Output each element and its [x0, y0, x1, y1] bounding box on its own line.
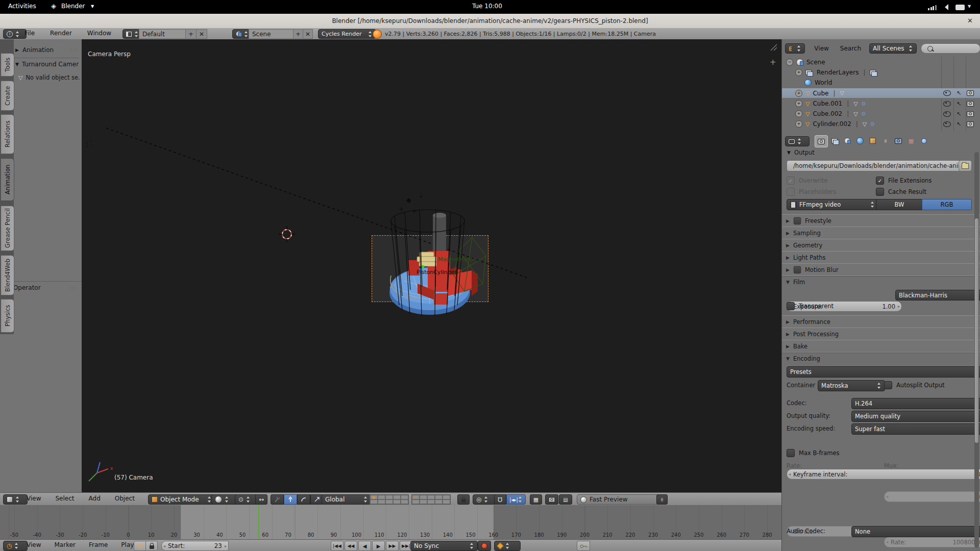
outliner-menu-view[interactable]: View [812, 45, 830, 52]
renderable-camera-icon[interactable] [967, 121, 974, 127]
snap-peel-button[interactable]: ▦ [530, 494, 542, 505]
autosplit-checkbox[interactable] [884, 381, 892, 389]
outliner-row-renderlayers[interactable]: + RenderLayers | [782, 68, 980, 77]
layers-grid-2[interactable] [411, 494, 451, 505]
shelf-tab-physics[interactable]: Physics [1, 299, 14, 333]
outliner-editor-type-button[interactable] [785, 43, 805, 54]
transparent-checkbox-row[interactable]: Transparent [787, 302, 834, 310]
overwrite-checkbox[interactable]: ✓ [787, 177, 795, 185]
color-mode-rgb-button[interactable]: RGB [922, 199, 972, 210]
opengl-render-image-button[interactable] [545, 494, 558, 505]
overwrite-checkbox-row[interactable]: ✓Overwrite [787, 177, 828, 185]
outliner-row-cylinder002[interactable]: + ▽ Cylinder.002 | ▽ ⚙ ↖ [782, 119, 980, 129]
timeline-menu-marker[interactable]: Marker [52, 541, 77, 548]
placeholders-checkbox-row[interactable]: Placeholders [787, 188, 836, 196]
audio-codec-dropdown[interactable]: None [851, 526, 980, 537]
activities-button[interactable]: Activities [8, 3, 36, 10]
volume-icon[interactable] [942, 4, 948, 10]
autosplit-checkbox-row[interactable]: Autosplit Output [884, 381, 945, 389]
prev-keyframe-button[interactable]: ◀◀ [345, 541, 357, 551]
play-reverse-button[interactable]: ◀ [358, 541, 371, 551]
selectable-cursor-icon[interactable]: ↖ [957, 101, 961, 107]
pixel-filter-dropdown[interactable]: Blackman-Harris [895, 290, 980, 300]
freestyle-checkbox[interactable] [794, 217, 801, 224]
expand-icon[interactable]: + [795, 100, 802, 107]
properties-scrollbar-track[interactable] [974, 152, 979, 548]
section-sampling[interactable]: ▶ Sampling:::: [782, 227, 980, 240]
viewport-menu-view[interactable]: View [24, 495, 43, 502]
outliner-row-scene[interactable]: − Scene [782, 58, 980, 67]
layers-widget[interactable] [370, 494, 451, 505]
scene-name-field[interactable]: Scene [249, 29, 300, 39]
viewport-editor-type-button[interactable] [3, 494, 28, 505]
render-tab[interactable] [815, 135, 828, 147]
next-keyframe-button[interactable]: ▶▶ [386, 541, 399, 551]
panel-grip-icon[interactable]: :::: [69, 285, 78, 290]
scene-objects[interactable]: MagnetMotor PistonCylinder [357, 189, 510, 316]
transparent-checkbox[interactable] [787, 302, 795, 310]
cache-result-checkbox[interactable] [876, 188, 884, 196]
panel-animation-header[interactable]: ▶ Animation :::: [15, 46, 79, 54]
expand-icon[interactable]: + [795, 120, 802, 128]
output-quality-dropdown[interactable]: Medium quality [851, 411, 980, 422]
hide-toggle-icon[interactable] [943, 101, 951, 107]
shelf-tab-tools[interactable]: Tools [1, 53, 14, 77]
menu-file[interactable]: File [22, 30, 37, 37]
constraints-tab[interactable]: ∞ [879, 135, 892, 146]
world-tab[interactable] [854, 135, 866, 146]
search-input[interactable] [936, 44, 974, 53]
outliner-filter-dropdown[interactable]: All Scenes [869, 43, 917, 54]
section-freestyle[interactable]: ▶ Freestyle:::: [782, 214, 980, 228]
orientation-dropdown[interactable]: Global [322, 494, 372, 505]
selectable-cursor-icon[interactable]: ↖ [957, 90, 961, 96]
insert-keyframe-button[interactable] [577, 541, 590, 551]
timeline-menu-frame[interactable]: Frame [87, 541, 110, 548]
keying-set-dropdown[interactable] [494, 541, 521, 551]
mode-dropdown[interactable]: Object Mode [148, 494, 215, 505]
pivot-center-toggle[interactable]: ↔ [255, 494, 267, 505]
corner-resize-grip[interactable] [768, 41, 780, 54]
mux-rate-field[interactable]: Rate:10080000 [884, 537, 980, 547]
scene-tab[interactable] [841, 135, 853, 146]
lock-frame-range-button[interactable] [145, 541, 158, 551]
jump-to-start-button[interactable]: |◀◀ [331, 541, 344, 551]
panel-turnaround-camera-header[interactable]: ▼ Turnaround Camera [15, 61, 79, 68]
outliner-search-box[interactable] [921, 43, 980, 54]
snap-toggle-button[interactable]: Ω [494, 494, 506, 505]
renderable-camera-icon[interactable] [967, 101, 974, 107]
timeline-editor-type-button[interactable]: ◷ [3, 541, 28, 551]
app-menu-button[interactable]: Blender [61, 3, 85, 10]
selectable-cursor-icon[interactable]: ↖ [957, 121, 961, 128]
time-display-toggle[interactable]: ◷ [134, 541, 146, 551]
outliner-row-cube001[interactable]: + ▽ Cube.001 | ▽ ⚙ ↖ [782, 99, 980, 108]
menu-window[interactable]: Window [85, 30, 113, 37]
sync-mode-dropdown[interactable]: No Sync [410, 541, 478, 551]
viewport-menu-select[interactable]: Select [53, 495, 76, 502]
presets-dropdown[interactable]: Presets [787, 366, 980, 378]
scene-add-button[interactable]: + [293, 29, 303, 39]
section-light-paths[interactable]: ▶ Light Paths:::: [782, 251, 980, 264]
render-engine-dropdown[interactable]: Cycles Render [318, 29, 376, 39]
hide-toggle-icon[interactable] [943, 111, 951, 117]
hide-toggle-icon[interactable] [943, 90, 951, 96]
output-path-field[interactable]: /home/ksepuru/Downloads/blender/animatio… [787, 160, 969, 171]
outliner-row-cube002[interactable]: + ▽ Cube.002 | ▽ ⚙ ↖ [782, 109, 980, 118]
rotate-manipulator-button[interactable] [297, 494, 310, 505]
battery-icon[interactable] [955, 5, 965, 10]
container-dropdown[interactable]: Matroska [818, 380, 885, 391]
lock-to-scene-button[interactable] [457, 494, 470, 505]
frame-start-field[interactable]: Start:23 [161, 541, 229, 551]
fast-preview-dropdown[interactable]: Fast Preview [577, 494, 660, 505]
panel-grip-icon[interactable]: :::: [70, 47, 79, 53]
encoding-speed-dropdown[interactable]: Super fast [851, 423, 980, 435]
panel-operator-header[interactable]: ▶ Operator :::: [6, 284, 78, 291]
viewport-menu-add[interactable]: Add [87, 495, 103, 502]
properties-scrollbar-thumb[interactable] [975, 218, 978, 443]
section-output-header[interactable]: ▼ Output :::: [782, 148, 980, 157]
browse-output-path-button[interactable] [959, 160, 972, 171]
system-menu-chevron-icon[interactable]: ▼ [968, 4, 971, 9]
viewport-menu-object[interactable]: Object [113, 495, 137, 502]
timeline-track[interactable]: -50-40-30-20-100102030405060708090100110… [0, 505, 781, 540]
outliner-row-cube[interactable]: + ▽ Cube | ▽ ↖ [782, 88, 980, 98]
shelf-tab-animation[interactable]: Animation [1, 158, 14, 201]
